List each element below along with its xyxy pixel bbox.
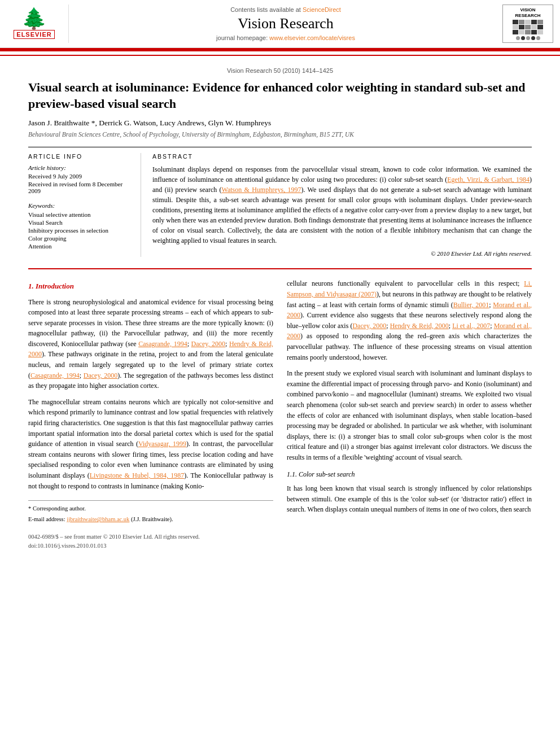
- article-revised-date: Received in revised form 8 December 2009: [28, 181, 132, 194]
- journal-homepage-link[interactable]: www.elsevier.com/locate/visres: [269, 34, 355, 41]
- link-li-sampson[interactable]: Li, Sampson, and Vidyasagar (2007): [287, 279, 532, 298]
- red-bar: [0, 48, 560, 51]
- article-body: 1. Introduction There is strong neurophy…: [28, 268, 532, 551]
- abstract-link-egeth[interactable]: Egeth, Virzi, & Garbart, 1984: [447, 176, 530, 184]
- body-right-para-2: In the present study we explored visual …: [287, 368, 532, 462]
- article-issn: 0042-6989/$ – see front matter © 2010 El…: [28, 532, 273, 541]
- keyword-5: Attention: [28, 243, 132, 250]
- keywords-label: Keywords:: [28, 202, 132, 209]
- keyword-2: Visual Search: [28, 219, 132, 226]
- vr-logo-pattern: [513, 20, 543, 34]
- journal-header: 🌲 ELSEVIER Contents lists available at S…: [0, 0, 560, 56]
- body-left-column: 1. Introduction There is strong neurophy…: [28, 278, 273, 551]
- link-li-et-al-2007[interactable]: Li et al., 2007: [452, 322, 490, 330]
- link-casagrande-1994[interactable]: Casagrande, 1994: [138, 340, 187, 348]
- link-casagrande-1994b[interactable]: Casagrande, 1994: [30, 372, 80, 379]
- header-center: Contents lists available at ScienceDirec…: [76, 5, 496, 43]
- link-livingstone-hubel[interactable]: Livingstone & Hubel, 1984, 1987: [90, 471, 185, 479]
- vr-logo-dots: [516, 36, 540, 40]
- link-hendry-reid-2000b[interactable]: Hendry & Reid, 2000: [390, 322, 449, 330]
- link-vidyasagar[interactable]: Vidyasagar, 1999: [138, 440, 186, 448]
- body-para-1: There is strong neurophysiological and a…: [28, 297, 273, 391]
- vr-logo-title: VISION RESEARCH: [515, 7, 541, 18]
- abstract-text: Isoluminant displays depend on responses…: [152, 164, 532, 246]
- article-authors: Jason J. Braithwaite *, Derrick G. Watso…: [28, 119, 532, 128]
- subsection-1-1-heading: 1.1. Color sub-set search: [287, 469, 532, 480]
- article-affiliation: Behavioural Brain Sciences Centre, Schoo…: [28, 131, 532, 138]
- article-history-label: Article history:: [28, 164, 132, 171]
- keyword-1: Visual selective attention: [28, 211, 132, 218]
- journal-title-header: Vision Research: [238, 15, 334, 32]
- sciencedirect-link[interactable]: ScienceDirect: [303, 6, 341, 13]
- journal-homepage-line: journal homepage: www.elsevier.com/locat…: [216, 34, 355, 41]
- header-top: 🌲 ELSEVIER Contents lists available at S…: [0, 0, 560, 48]
- footnote-email-link[interactable]: jjbraithwaite@bham.ac.uk: [67, 516, 129, 522]
- article-footer: 0042-6989/$ – see front matter © 2010 El…: [28, 532, 273, 551]
- link-morand-2000[interactable]: Morand et al., 2000: [287, 301, 532, 320]
- body-right-para-1: cellular neurons functionally equivalent…: [287, 278, 532, 362]
- sciencedirect-line: Contents lists available at ScienceDirec…: [230, 6, 341, 13]
- elsevier-logo: 🌲 ELSEVIER: [7, 5, 69, 43]
- footnote-email: E-mail address: jjbraithwaite@bham.ac.uk…: [28, 515, 273, 524]
- keyword-3: Inhibitory processes in selection: [28, 227, 132, 234]
- abstract-title: ABSTRACT: [152, 153, 532, 160]
- link-bullier[interactable]: Bullier, 2001: [453, 301, 489, 309]
- abstract-copyright: © 2010 Elsevier Ltd. All rights reserved…: [152, 250, 532, 257]
- elsevier-tree-icon: 🌲: [21, 8, 47, 29]
- article-content: Vision Research 50 (2010) 1414–1425 Visu…: [0, 56, 560, 562]
- link-dacey-2000[interactable]: Dacey, 2000: [191, 340, 225, 348]
- link-dacey-2000b[interactable]: Dacey, 2000: [84, 372, 118, 379]
- journal-citation: Vision Research 50 (2010) 1414–1425: [28, 67, 532, 74]
- article-meta-row: ARTICLE INFO Article history: Received 9…: [28, 147, 532, 257]
- vision-research-logo: VISION RESEARCH: [502, 5, 553, 43]
- footnote-area: * Corresponding author. E-mail address: …: [28, 500, 273, 525]
- body-right-para-3: It has long been known that visual searc…: [287, 483, 532, 515]
- link-dacey-2000c[interactable]: Dacey, 2000: [352, 322, 386, 330]
- keyword-4: Color grouping: [28, 235, 132, 242]
- article-abstract-column: ABSTRACT Isoluminant displays depend on …: [141, 153, 532, 257]
- article-info-column: ARTICLE INFO Article history: Received 9…: [28, 153, 141, 257]
- elsevier-brand-text: ELSEVIER: [14, 30, 54, 39]
- article-received-date: Received 9 July 2009: [28, 173, 132, 180]
- article-doi: doi:10.1016/j.visres.2010.01.013: [28, 541, 273, 551]
- article-title: Visual search at isoluminance: Evidence …: [28, 80, 532, 112]
- body-right-column: cellular neurons functionally equivalent…: [287, 278, 532, 551]
- keywords-list: Visual selective attention Visual Search…: [28, 211, 132, 250]
- footnote-star: * Corresponding author.: [28, 504, 273, 513]
- article-info-title: ARTICLE INFO: [28, 153, 132, 160]
- body-para-2: The magnocellular stream contains neuron…: [28, 397, 273, 491]
- section1-heading: 1. Introduction: [28, 281, 273, 292]
- abstract-link-watson[interactable]: Watson & Humphreys, 1997: [222, 186, 301, 194]
